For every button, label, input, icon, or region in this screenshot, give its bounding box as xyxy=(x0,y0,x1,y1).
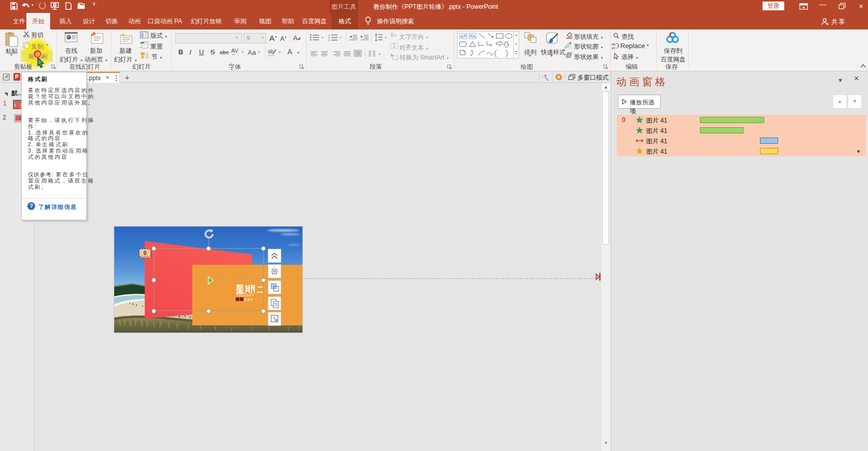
svg-text:3: 3 xyxy=(328,39,330,41)
svg-text:A: A xyxy=(461,34,464,39)
svg-text:A: A xyxy=(473,34,476,39)
svg-text:ab: ab xyxy=(612,42,616,46)
svg-text:ac: ac xyxy=(612,46,616,49)
svg-text:A: A xyxy=(394,33,397,38)
